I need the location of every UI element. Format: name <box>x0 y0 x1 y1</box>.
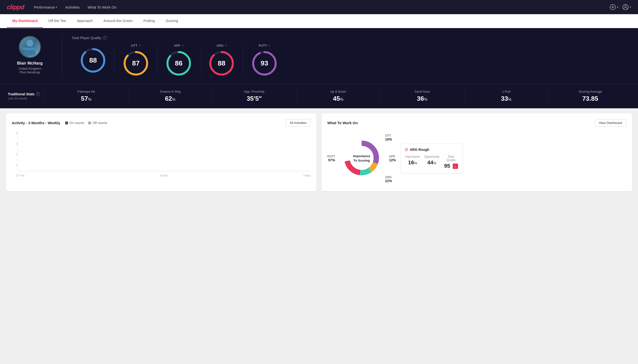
tab-around-the-green[interactable]: Around the Green <box>98 14 138 28</box>
wtwo-card-header: What To Work On View Dashboard <box>327 119 626 127</box>
player-info: Blair McHarg United Kingdom Plus Handica… <box>8 36 52 74</box>
arg-stat-shot-quality: Shot Quality 95 ↓ <box>443 155 459 169</box>
arg-card-header: ARG Rough <box>405 148 459 152</box>
nav-links: Performance ▾ Activities What To Work On <box>34 5 117 9</box>
arg-card-title: ARG Rough <box>410 148 429 152</box>
top-nav: clippd Performance ▾ Activities What To … <box>0 0 638 14</box>
nav-activities[interactable]: Activities <box>65 5 80 9</box>
x-label-feb: 7 Feb <box>18 174 25 177</box>
plus-circle-icon <box>610 4 616 10</box>
chevron-down-icon: ▾ <box>56 6 57 9</box>
bars-container <box>18 132 311 171</box>
activity-card-title: Activity - 3 Months - Weekly <box>12 121 60 125</box>
y-axis: 0 1 2 3 4 <box>12 132 18 177</box>
nav-performance[interactable]: Performance ▾ <box>34 5 58 9</box>
what-to-work-on-card: What To Work On View Dashboard PUTT 57% … <box>321 113 632 191</box>
tpq-circle-app: APP ↗ 86 <box>157 44 200 77</box>
donut-wrapper: PUTT 57% OTT 10% APP 12% ARG 21% <box>327 132 396 185</box>
stat-up-down: Up & Down 45% <box>298 90 378 102</box>
donut-label-ott: OTT 10% <box>385 134 392 141</box>
trend-up-icon: ↗ <box>225 44 227 47</box>
donut-chart: Importance To Scoring <box>342 138 381 178</box>
nav-what-to-work-on[interactable]: What To Work On <box>88 5 117 9</box>
trend-up-icon: ↗ <box>268 44 270 47</box>
trad-stats-info-icon[interactable]: ? <box>36 92 40 96</box>
tab-approach[interactable]: Approach <box>72 14 98 28</box>
tpq-app-gauge: 86 <box>165 50 192 77</box>
legend-off-course: Off course <box>88 121 107 125</box>
tpq-arg-gauge: 88 <box>208 50 235 77</box>
tpq-info-icon[interactable]: ? <box>103 36 107 40</box>
shot-quality-trend-badge: ↓ <box>453 164 458 169</box>
stat-scoring-avg: Scoring Average 73.85 <box>550 90 630 102</box>
tpq-title: Total Player Quality ? <box>72 36 630 40</box>
donut-section: PUTT 57% OTT 10% APP 12% ARG 21% <box>327 132 626 185</box>
player-name: Blair McHarg <box>17 61 43 66</box>
arg-stats: Importance 16% Opportunity 44% Shot Qual… <box>405 155 459 169</box>
tpq-ott-value: 87 <box>132 60 140 67</box>
tpq-putt-label: PUTT ↗ <box>259 44 270 48</box>
add-button[interactable]: ▾ <box>610 4 618 10</box>
app-logo[interactable]: clippd <box>7 4 24 11</box>
x-label-may: 9 May <box>303 174 311 177</box>
arg-rough-card: ARG Rough Importance 16% Opportunity 44% <box>401 144 463 173</box>
avatar-image <box>20 37 40 57</box>
nav-right: ▾ ▾ <box>610 4 631 10</box>
tpq-arg-label: ARG ↗ <box>217 44 227 48</box>
chart-body: 7 Feb 28 Mar 9 May <box>18 132 311 177</box>
arg-stat-opportunity: Opportunity 44% <box>424 155 439 169</box>
arg-indicator-dot <box>405 148 408 151</box>
donut-center-text: Importance To Scoring <box>353 154 370 163</box>
bar-chart: 0 1 2 3 4 <box>12 132 311 183</box>
tpq-app-label: APP ↗ <box>174 44 183 48</box>
user-icon <box>622 4 629 10</box>
svg-rect-7 <box>23 48 37 50</box>
tab-my-dashboard[interactable]: My Dashboard <box>7 14 43 28</box>
stat-app-proximity: App. Proximity 35'5" <box>214 90 294 102</box>
bottom-section: Activity - 3 Months - Weekly On course O… <box>0 108 638 196</box>
activity-card-header: Activity - 3 Months - Weekly On course O… <box>12 119 311 127</box>
tpq-putt-gauge: 93 <box>251 50 278 77</box>
tpq-ott-label: OTT ↗ <box>131 44 141 48</box>
user-menu-button[interactable]: ▾ <box>622 4 631 10</box>
tpq-app-value: 86 <box>175 60 182 67</box>
tpq-circle-putt: PUTT ↗ 93 <box>243 44 286 77</box>
stat-divider <box>380 90 380 102</box>
tpq-circle-arg: ARG ↗ 88 <box>200 44 243 77</box>
hero-divider <box>62 36 62 77</box>
x-label-mar: 28 Mar <box>160 174 168 177</box>
player-country: United Kingdom <box>19 67 41 70</box>
stat-divider <box>464 90 465 102</box>
sub-nav: My Dashboard Off the Tee Approach Around… <box>0 14 638 28</box>
stat-fairways-hit: Fairways Hit 57% <box>46 90 126 102</box>
stat-divider <box>212 90 212 102</box>
donut-label-arg: ARG 21% <box>385 176 392 183</box>
all-activities-button[interactable]: All Activities <box>285 119 311 127</box>
tpq-circles: 88 OTT ↗ 87 <box>72 44 630 77</box>
donut-label-putt: PUTT 57% <box>327 155 335 162</box>
trad-stats-subtitle: Last 20 rounds <box>8 97 42 100</box>
legend-on-course: On course <box>65 121 84 125</box>
stat-divider <box>296 90 296 102</box>
trend-up-icon: ↗ <box>139 44 141 47</box>
hero-inner: Blair McHarg United Kingdom Plus Handica… <box>8 36 630 77</box>
hero-section: Blair McHarg United Kingdom Plus Handica… <box>0 28 638 84</box>
trad-stats-label: Traditional Stats ? Last 20 rounds <box>8 92 42 100</box>
tpq-section: Total Player Quality ? 88 <box>72 36 630 77</box>
x-axis: 7 Feb 28 Mar 9 May <box>18 171 311 177</box>
view-dashboard-button[interactable]: View Dashboard <box>595 119 626 127</box>
donut-label-app: APP 12% <box>389 155 396 162</box>
tab-scoring[interactable]: Scoring <box>160 14 183 28</box>
svg-point-4 <box>624 6 626 7</box>
tpq-putt-value: 93 <box>261 60 268 67</box>
arg-stat-importance: Importance 16% <box>405 155 420 169</box>
nav-left: clippd Performance ▾ Activities What To … <box>7 4 116 11</box>
avatar <box>19 36 41 58</box>
tab-putting[interactable]: Putting <box>138 14 160 28</box>
tab-off-the-tee[interactable]: Off the Tee <box>43 14 72 28</box>
trend-up-icon: ↗ <box>181 44 184 47</box>
stat-divider <box>128 90 128 102</box>
svg-point-5 <box>27 40 33 47</box>
chart-legend: On course Off course <box>65 121 107 125</box>
traditional-stats: Traditional Stats ? Last 20 rounds Fairw… <box>0 84 638 108</box>
